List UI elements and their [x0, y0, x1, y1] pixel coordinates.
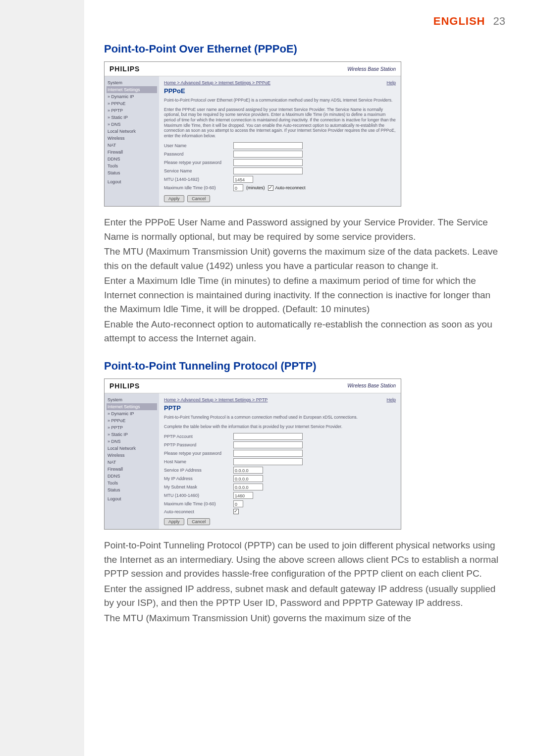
label-idle: Maximum Idle Time (0-60): [164, 501, 233, 506]
input-username[interactable]: [233, 142, 303, 149]
input-retype[interactable]: [233, 159, 303, 166]
paragraph: The MTU (Maximum Transmission Unit) gove…: [104, 611, 505, 626]
label-autoreconnect: Auto-reconnect: [275, 185, 306, 190]
label-mtu: MTU (1440-1492): [164, 177, 233, 182]
input-mtu[interactable]: 1460: [233, 492, 253, 499]
panel-desc-b: Enter the PPPoE user name and password a…: [164, 107, 396, 139]
nav-item[interactable]: » PPTP: [107, 107, 157, 114]
label-retype: Please retype your password: [164, 451, 233, 456]
label-retype: Please retype your password: [164, 160, 233, 165]
label-serviceip: Service IP Address: [164, 468, 233, 473]
checkbox-autoreconnect[interactable]: [233, 509, 239, 514]
left-margin: [0, 0, 84, 756]
label-myip: My IP Address: [164, 476, 233, 481]
checkbox-autoreconnect[interactable]: [268, 185, 273, 191]
paragraph: Enter the assigned IP address, subnet ma…: [104, 582, 505, 610]
input-subnet[interactable]: 0.0.0.0: [233, 484, 263, 490]
paragraph: Enable the Auto-reconnect option to auto…: [104, 318, 505, 346]
nav-item[interactable]: Firewall: [107, 466, 157, 473]
nav-item[interactable]: Internet Settings: [107, 86, 157, 93]
cancel-button[interactable]: Cancel: [187, 518, 210, 525]
label-idle: Maximum Idle Time (0-60): [164, 185, 233, 190]
idle-suffix: (minutes): [246, 185, 265, 190]
section-title-pppoe: Point-to-Point Over Ethernet (PPPoE): [104, 43, 505, 55]
section-title-pptp: Point-to-Point Tunneling Protocol (PPTP): [104, 360, 505, 373]
content-column: ENGLISH 23 Point-to-Point Over Ethernet …: [84, 0, 535, 756]
nav-item[interactable]: » PPTP: [107, 424, 157, 431]
nav-item[interactable]: Local Network: [107, 445, 157, 452]
label-password: Password: [164, 152, 233, 157]
router-screenshot-pptp: PHILIPS Wireless Base Station System Int…: [104, 378, 401, 530]
page-number: 23: [493, 15, 505, 28]
input-service[interactable]: [233, 167, 303, 174]
input-idle[interactable]: 0: [233, 500, 243, 507]
input-password[interactable]: [233, 151, 303, 158]
panel-desc-b: Complete the table below with the inform…: [164, 424, 396, 430]
label-auto: Auto-reconnect: [164, 509, 233, 514]
nav-item[interactable]: Wireless: [107, 452, 157, 459]
input-hostname[interactable]: [233, 458, 303, 465]
nav-item[interactable]: DDNS: [107, 156, 157, 162]
nav-item[interactable]: NAT: [107, 142, 157, 149]
nav-item[interactable]: » Static IP: [107, 114, 157, 121]
router-screenshot-pppoe: PHILIPS Wireless Base Station System Int…: [104, 61, 401, 207]
station-label: Wireless Base Station: [347, 66, 396, 72]
panel-title: PPTP: [164, 404, 396, 412]
input-myip[interactable]: 0.0.0.0: [233, 475, 263, 482]
language-label: ENGLISH: [433, 15, 485, 28]
nav-item[interactable]: Internet Settings: [107, 403, 157, 410]
nav-item[interactable]: » PPPoE: [107, 417, 157, 424]
help-link[interactable]: Help: [386, 80, 396, 85]
nav-item[interactable]: System: [107, 79, 157, 86]
nav-item[interactable]: System: [107, 396, 157, 403]
panel-title: PPPoE: [164, 87, 396, 95]
label-service: Service Name: [164, 168, 233, 173]
nav-item[interactable]: Tools: [107, 480, 157, 486]
breadcrumb[interactable]: Home > Advanced Setup > Internet Setting…: [164, 397, 268, 402]
input-password[interactable]: [233, 441, 303, 448]
paragraph: The MTU (Maximum Transmission Unit) gove…: [104, 245, 505, 273]
nav-item[interactable]: » DNS: [107, 438, 157, 445]
label-subnet: My Subnet Mask: [164, 485, 233, 489]
router-nav: System Internet Settings » Dynamic IP » …: [105, 393, 159, 529]
panel-desc-a: Point-to-Point Protocol over Ethernet (P…: [164, 98, 396, 103]
brand-logo: PHILIPS: [109, 65, 140, 73]
brand-logo: PHILIPS: [109, 382, 140, 390]
page-header: ENGLISH 23: [104, 15, 505, 28]
cancel-button[interactable]: Cancel: [187, 195, 210, 202]
paragraph: Enter a Maximum Idle Time (in minutes) t…: [104, 274, 505, 317]
nav-item[interactable]: Local Network: [107, 128, 157, 135]
nav-item[interactable]: » PPPoE: [107, 100, 157, 107]
input-retype[interactable]: [233, 450, 303, 457]
input-account[interactable]: [233, 433, 303, 440]
body-text-pptp: Point-to-Point Tunneling Protocol (PPTP)…: [104, 539, 505, 625]
nav-item[interactable]: Logout: [107, 495, 157, 502]
apply-button[interactable]: Apply: [164, 195, 184, 202]
nav-item[interactable]: » DNS: [107, 121, 157, 128]
nav-item[interactable]: Firewall: [107, 149, 157, 156]
nav-item[interactable]: Logout: [107, 178, 157, 185]
help-link[interactable]: Help: [386, 397, 396, 402]
station-label: Wireless Base Station: [347, 383, 396, 388]
nav-item[interactable]: » Dynamic IP: [107, 410, 157, 417]
apply-button[interactable]: Apply: [164, 518, 184, 525]
nav-item[interactable]: » Static IP: [107, 431, 157, 438]
breadcrumb[interactable]: Home > Advanced Setup > Internet Setting…: [164, 80, 270, 85]
nav-item[interactable]: Tools: [107, 162, 157, 169]
label-account: PPTP Account: [164, 434, 233, 439]
nav-item[interactable]: » Dynamic IP: [107, 93, 157, 100]
paragraph: Point-to-Point Tunneling Protocol (PPTP)…: [104, 539, 505, 581]
nav-item[interactable]: DDNS: [107, 473, 157, 480]
panel-desc-a: Point-to-Point Tunneling Protocol is a c…: [164, 415, 396, 420]
label-hostname: Host Name: [164, 459, 233, 464]
nav-item[interactable]: NAT: [107, 459, 157, 466]
nav-item[interactable]: Status: [107, 169, 157, 176]
label-mtu: MTU (1400-1460): [164, 493, 233, 498]
label-username: User Name: [164, 143, 233, 148]
input-serviceip[interactable]: 0.0.0.0: [233, 467, 263, 474]
input-mtu[interactable]: 1454: [233, 176, 253, 183]
router-nav: System Internet Settings » Dynamic IP » …: [105, 76, 159, 206]
nav-item[interactable]: Wireless: [107, 135, 157, 142]
input-idle[interactable]: 0: [233, 184, 243, 191]
nav-item[interactable]: Status: [107, 486, 157, 493]
